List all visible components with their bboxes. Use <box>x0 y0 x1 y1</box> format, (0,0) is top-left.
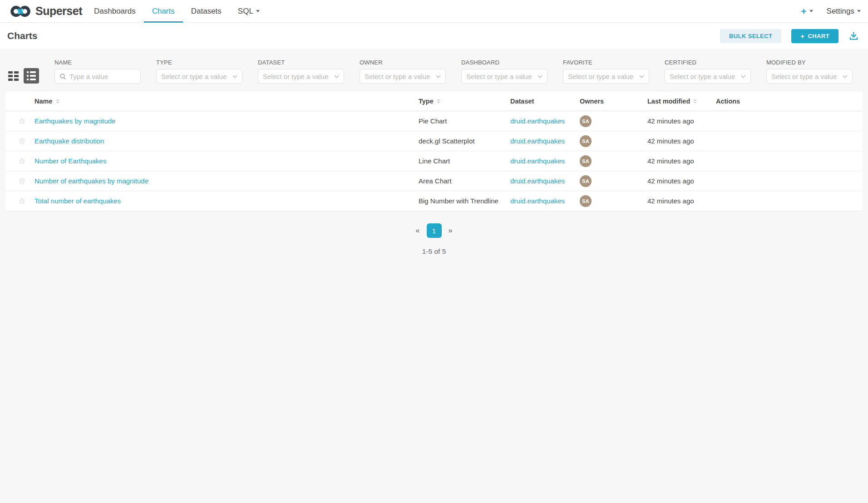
table-row: ☆ Earthquakes by magnitude Pie Chart dru… <box>5 111 863 131</box>
chart-name-link[interactable]: Earthquakes by magnitude <box>35 117 115 125</box>
select-placeholder: Select or type a value <box>466 73 534 80</box>
select-placeholder: Select or type a value <box>161 73 229 80</box>
dataset-link[interactable]: druid.earthquakes <box>510 177 565 185</box>
nav-item-label: Datasets <box>191 7 222 16</box>
owner-avatar[interactable]: SA <box>580 135 592 147</box>
select-placeholder: Select or type a value <box>568 73 636 80</box>
navbar-right: + Settings <box>801 0 863 22</box>
favorite-star-icon[interactable]: ☆ <box>18 117 26 125</box>
chevron-down-icon <box>741 75 746 78</box>
charts-table: Name Type Dataset Owners Last modified A… <box>5 92 863 211</box>
column-header-type[interactable]: Type <box>419 98 510 105</box>
column-label: Type <box>419 98 434 105</box>
column-label: Last modified <box>647 98 690 105</box>
chart-name-link[interactable]: Earthquake distribution <box>35 137 104 145</box>
previous-page-button[interactable]: « <box>416 227 420 235</box>
name-filter-input[interactable] <box>69 73 136 80</box>
filter-bar: NAME TYPE Select or type a value DATASET… <box>0 49 868 92</box>
nav-item-label: Charts <box>152 7 175 16</box>
plus-icon: + <box>801 6 806 16</box>
owner-avatar[interactable]: SA <box>580 195 592 207</box>
chevron-down-icon <box>256 10 260 12</box>
filter-label: FAVORITE <box>563 59 649 66</box>
dashboard-filter-select[interactable]: Select or type a value <box>461 69 547 84</box>
import-charts-button[interactable] <box>848 31 859 41</box>
table-row: ☆ Number of earthquakes by magnitude Are… <box>5 171 863 191</box>
chevron-down-icon <box>857 10 861 12</box>
chart-type: Pie Chart <box>419 117 510 125</box>
chart-name-link[interactable]: Number of earthquakes by magnitude <box>35 177 148 185</box>
nav-item-label: SQL <box>238 7 253 16</box>
column-label: Name <box>35 98 53 105</box>
owner-filter-select[interactable]: Select or type a value <box>360 69 446 84</box>
main-nav: Dashboards Charts Datasets SQL <box>86 0 268 22</box>
top-navbar: Superset Dashboards Charts Datasets SQL … <box>0 0 868 23</box>
filter-label: DASHBOARD <box>461 59 547 66</box>
sort-icon <box>437 99 440 104</box>
column-label: Dataset <box>510 98 534 105</box>
add-chart-label: CHART <box>808 33 830 39</box>
column-header-last-modified[interactable]: Last modified <box>647 98 716 105</box>
filter-favorite: FAVORITE Select or type a value <box>563 59 649 84</box>
name-search-field[interactable] <box>54 69 141 84</box>
nav-item-label: Dashboards <box>94 7 136 16</box>
nav-item-datasets[interactable]: Datasets <box>183 0 230 22</box>
select-placeholder: Select or type a value <box>771 73 839 80</box>
new-item-menu-button[interactable]: + <box>801 6 813 16</box>
settings-menu-button[interactable]: Settings <box>827 7 861 16</box>
filter-label: MODIFIED BY <box>766 59 853 66</box>
column-header-actions: Actions <box>716 98 863 105</box>
favorite-star-icon[interactable]: ☆ <box>18 137 26 145</box>
filter-modified-by: MODIFIED BY Select or type a value <box>766 59 853 84</box>
filter-name: NAME <box>54 59 141 84</box>
certified-filter-select[interactable]: Select or type a value <box>665 69 751 84</box>
nav-item-charts[interactable]: Charts <box>144 0 183 22</box>
bulk-select-button[interactable]: BULK SELECT <box>720 29 781 43</box>
next-page-button[interactable]: » <box>449 227 453 235</box>
sort-icon <box>56 99 59 104</box>
chart-name-link[interactable]: Number of Earthquakes <box>35 157 106 165</box>
chart-type: Line Chart <box>419 157 510 165</box>
last-modified: 42 minutes ago <box>647 117 716 125</box>
modified-by-filter-select[interactable]: Select or type a value <box>766 69 853 84</box>
favorite-star-icon[interactable]: ☆ <box>18 157 26 165</box>
filter-type: TYPE Select or type a value <box>156 59 242 84</box>
page-header: Charts BULK SELECT + CHART <box>0 23 868 49</box>
dataset-link[interactable]: druid.earthquakes <box>510 137 565 145</box>
type-filter-select[interactable]: Select or type a value <box>156 69 242 84</box>
add-chart-button[interactable]: + CHART <box>791 29 838 43</box>
page-title: Charts <box>7 30 38 41</box>
filter-label: OWNER <box>360 59 446 66</box>
favorite-star-icon[interactable]: ☆ <box>18 177 26 185</box>
favorite-filter-select[interactable]: Select or type a value <box>563 69 649 84</box>
brand-name: Superset <box>35 5 82 18</box>
last-modified: 42 minutes ago <box>647 177 716 185</box>
page-1-button[interactable]: 1 <box>427 223 442 238</box>
chart-type: Area Chart <box>419 177 510 185</box>
filter-label: CERTIFIED <box>665 59 751 66</box>
filter-label: DATASET <box>258 59 344 66</box>
owner-avatar[interactable]: SA <box>580 175 592 187</box>
dataset-filter-select[interactable]: Select or type a value <box>258 69 344 84</box>
owner-avatar[interactable]: SA <box>580 155 592 167</box>
dataset-link[interactable]: druid.earthquakes <box>510 197 565 205</box>
chart-name-link[interactable]: Total number of earthquakes <box>35 197 121 205</box>
column-header-name[interactable]: Name <box>35 98 419 105</box>
filter-label: TYPE <box>156 59 242 66</box>
dataset-link[interactable]: druid.earthquakes <box>510 157 565 165</box>
list-view-toggle-icon[interactable] <box>24 68 39 84</box>
favorite-star-icon[interactable]: ☆ <box>18 197 26 205</box>
filter-label: NAME <box>54 59 141 66</box>
search-icon <box>59 73 66 80</box>
nav-item-dashboards[interactable]: Dashboards <box>86 0 144 22</box>
chevron-down-icon <box>436 75 441 78</box>
card-view-toggle-icon[interactable] <box>8 71 19 81</box>
last-modified: 42 minutes ago <box>647 157 716 165</box>
table-row: ☆ Earthquake distribution deck.gl Scatte… <box>5 131 863 151</box>
table-row: ☆ Total number of earthquakes Big Number… <box>5 191 863 211</box>
superset-logo[interactable]: Superset <box>10 0 82 22</box>
superset-logo-icon <box>10 4 31 19</box>
owner-avatar[interactable]: SA <box>580 115 592 127</box>
nav-item-sql[interactable]: SQL <box>230 0 268 22</box>
dataset-link[interactable]: druid.earthquakes <box>510 117 565 125</box>
